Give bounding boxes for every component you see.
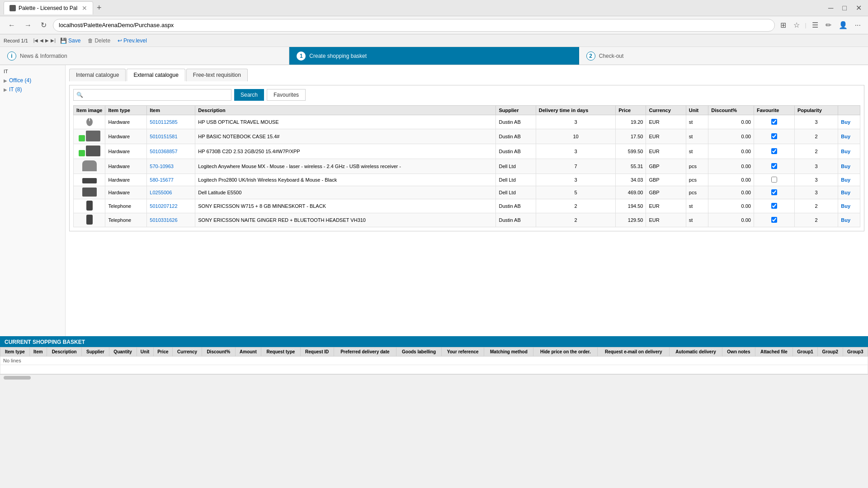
- settings-icon[interactable]: ☰: [810, 20, 820, 30]
- item-cell[interactable]: 570-10963: [147, 159, 195, 174]
- back-button[interactable]: ←: [5, 19, 18, 31]
- item-cell[interactable]: 580-15677: [147, 174, 195, 186]
- new-tab-button[interactable]: +: [97, 3, 102, 13]
- address-bar[interactable]: [53, 19, 775, 32]
- sidebar-item-office[interactable]: ▶ Office (4): [0, 76, 65, 85]
- browser-tab-title: Palette - Licensed to Pal: [19, 5, 77, 11]
- tab-freetext[interactable]: Free-text requisition: [186, 69, 248, 81]
- buy-button[interactable]: Buy: [841, 119, 850, 125]
- favourite-checkbox[interactable]: [771, 217, 777, 223]
- buy-cell[interactable]: Buy: [838, 115, 860, 129]
- step-basket-num: 1: [297, 52, 306, 61]
- close-window-button[interactable]: ✕: [853, 2, 864, 14]
- tab-layout-icon[interactable]: ⊞: [778, 20, 788, 30]
- basket-header: CURRENT SHOPPING BASKET: [0, 337, 868, 347]
- tab-external[interactable]: External catalogue: [127, 69, 185, 81]
- refresh-button[interactable]: ↻: [38, 19, 49, 31]
- item-image-cell: [74, 159, 105, 174]
- next-record-button[interactable]: ▶: [45, 38, 49, 43]
- expand-icon: ▶: [4, 78, 7, 83]
- prev-level-button[interactable]: ↩ Prev.level: [115, 37, 150, 45]
- item-image-cell: [74, 115, 105, 129]
- step-basket[interactable]: 1 Create shopping basket: [289, 47, 579, 65]
- basket-col-9: Amount: [235, 347, 261, 357]
- divider: |: [805, 22, 807, 28]
- browser-tab[interactable]: Palette - Licensed to Pal ✕: [4, 1, 93, 14]
- buy-button[interactable]: Buy: [841, 190, 850, 195]
- tab-internal[interactable]: Internal catalogue: [69, 69, 126, 81]
- prev-record-button[interactable]: ◀: [40, 38, 43, 43]
- browser-titlebar: Palette - Licensed to Pal ✕ + ─ □ ✕: [0, 0, 868, 16]
- item-type-cell: Hardware: [105, 186, 147, 199]
- buy-cell[interactable]: Buy: [838, 129, 860, 144]
- scroll-thumb[interactable]: [4, 376, 31, 380]
- favourite-cell[interactable]: [754, 144, 794, 159]
- item-cell[interactable]: 5010112585: [147, 115, 195, 129]
- description-cell: Dell Latitude E5500: [195, 186, 496, 199]
- buy-button[interactable]: Buy: [841, 177, 850, 183]
- favourite-checkbox[interactable]: [771, 119, 777, 125]
- buy-cell[interactable]: Buy: [838, 159, 860, 174]
- buy-cell[interactable]: Buy: [838, 144, 860, 159]
- user-icon[interactable]: 👤: [837, 20, 849, 30]
- favourite-cell[interactable]: [754, 213, 794, 227]
- h-scroll[interactable]: [0, 374, 868, 380]
- tab-close-icon[interactable]: ✕: [82, 5, 87, 12]
- first-record-button[interactable]: |◀: [33, 38, 38, 43]
- delete-button[interactable]: 🗑 Delete: [85, 37, 113, 45]
- search-button[interactable]: Search: [234, 89, 264, 101]
- search-input[interactable]: [85, 92, 228, 98]
- basket-col-20: Attached file: [755, 347, 793, 357]
- buy-button[interactable]: Buy: [841, 149, 850, 154]
- buy-button[interactable]: Buy: [841, 164, 850, 169]
- maximize-button[interactable]: □: [840, 2, 849, 14]
- buy-button[interactable]: Buy: [841, 217, 850, 223]
- favourite-cell[interactable]: [754, 159, 794, 174]
- buy-cell[interactable]: Buy: [838, 199, 860, 213]
- step-news[interactable]: i News & Information: [0, 47, 289, 65]
- currency-cell: GBP: [646, 159, 686, 174]
- supplier-cell: Dell Ltd: [496, 159, 536, 174]
- step-checkout[interactable]: 2 Check-out: [579, 47, 868, 65]
- step-news-label: News & Information: [20, 53, 67, 59]
- tab-content: 🔍 Search Favourites Item image Item type…: [69, 85, 864, 231]
- basket-col-4: Quantity: [109, 347, 137, 357]
- favourite-cell[interactable]: [754, 115, 794, 129]
- buy-button[interactable]: Buy: [841, 203, 850, 209]
- sidebar-item-it[interactable]: ▶ IT (8): [0, 85, 65, 94]
- favourite-checkbox[interactable]: [771, 203, 777, 209]
- favourite-cell[interactable]: [754, 174, 794, 186]
- favourite-cell[interactable]: [754, 199, 794, 213]
- favourites-button[interactable]: Favourites: [267, 89, 306, 101]
- delivery-days-cell: 2: [536, 199, 615, 213]
- item-cell[interactable]: 5010207122: [147, 199, 195, 213]
- col-buy: [838, 106, 860, 115]
- favourite-cell[interactable]: [754, 129, 794, 144]
- favourite-checkbox[interactable]: [771, 148, 777, 154]
- edit-icon[interactable]: ✏: [824, 20, 833, 30]
- buy-cell[interactable]: Buy: [838, 186, 860, 199]
- save-button[interactable]: 💾 Save: [57, 37, 83, 45]
- last-record-button[interactable]: ▶|: [51, 38, 56, 43]
- unit-cell: st: [686, 115, 708, 129]
- favourite-checkbox[interactable]: [771, 177, 777, 183]
- favourite-checkbox[interactable]: [771, 133, 777, 139]
- minimize-button[interactable]: ─: [826, 2, 836, 14]
- save-icon: 💾: [60, 38, 67, 44]
- buy-cell[interactable]: Buy: [838, 174, 860, 186]
- currency-cell: GBP: [646, 174, 686, 186]
- more-icon[interactable]: ···: [853, 20, 863, 30]
- favourite-checkbox[interactable]: [771, 189, 777, 195]
- buy-cell[interactable]: Buy: [838, 213, 860, 227]
- item-image-cell: [74, 213, 105, 227]
- bookmark-icon[interactable]: ☆: [792, 20, 802, 30]
- item-cell[interactable]: 5010151581: [147, 129, 195, 144]
- item-cell[interactable]: 5010331626: [147, 213, 195, 227]
- supplier-cell: Dustin AB: [496, 129, 536, 144]
- favourite-cell[interactable]: [754, 186, 794, 199]
- favourite-checkbox[interactable]: [771, 163, 777, 169]
- buy-button[interactable]: Buy: [841, 134, 850, 139]
- item-cell[interactable]: L0255006: [147, 186, 195, 199]
- forward-button[interactable]: →: [22, 19, 34, 31]
- item-cell[interactable]: 5010368857: [147, 144, 195, 159]
